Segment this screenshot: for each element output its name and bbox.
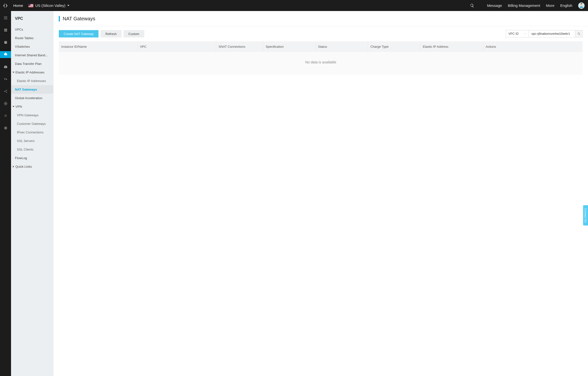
region-selector[interactable]: US (Silicon Valley) xyxy=(28,3,69,8)
sidebar-item-customer-gateways[interactable]: Customer Gateways xyxy=(11,119,53,128)
svg-point-2 xyxy=(6,90,7,91)
home-link[interactable]: Home xyxy=(13,3,23,8)
custom-button[interactable]: Custom xyxy=(123,30,144,37)
contact-us-tab[interactable]: Contact Us xyxy=(583,205,588,225)
create-nat-gateway-button[interactable]: Create NAT Gateway xyxy=(59,30,98,37)
search-icon[interactable] xyxy=(470,3,474,8)
column-charge-type: Charge Type xyxy=(368,41,420,52)
svg-point-0 xyxy=(580,4,582,5)
user-avatar[interactable] xyxy=(578,2,585,9)
sidebar-item-quick-links[interactable]: Quick Links xyxy=(11,162,53,171)
column-elastic-ip-address: Elastic IP Address xyxy=(420,41,483,52)
icon-rail xyxy=(0,11,11,376)
column-instance-id-name: Instance ID/Name xyxy=(59,41,137,52)
refresh-button[interactable]: Refresh xyxy=(100,30,122,37)
triangle-icon xyxy=(12,72,14,73)
svg-point-3 xyxy=(6,92,7,93)
sidebar-item-route-tables[interactable]: Route Tables xyxy=(11,34,53,42)
rail-database[interactable] xyxy=(0,39,11,46)
page-title: NAT Gateways xyxy=(59,16,583,22)
sidebar-item-ipsec-connections[interactable]: IPsec Connections xyxy=(11,128,53,137)
rail-link[interactable] xyxy=(0,76,11,82)
sidebar-title: VPC xyxy=(11,11,53,25)
sidebar-item-flowlog[interactable]: FlowLog xyxy=(11,154,53,162)
sidebar-item-label: VPN xyxy=(15,105,22,108)
triangle-icon xyxy=(13,166,14,168)
sidebar-item-internet-shared-band[interactable]: Internet Shared Band… xyxy=(11,51,53,59)
caret-down-icon xyxy=(67,5,69,6)
sidebar-item-vpn[interactable]: VPN xyxy=(11,102,53,111)
rail-gauge[interactable] xyxy=(0,63,11,70)
empty-state-row: No data is available xyxy=(59,52,583,75)
chevron-down-icon xyxy=(524,33,526,35)
toolbar: Create NAT Gateway Refresh Custom VPC ID xyxy=(53,26,588,41)
topbar: Home US (Silicon Valley) Message Billing… xyxy=(0,0,588,11)
sidebar-item-label: Elastic IP Addresses xyxy=(15,70,44,74)
rail-grid[interactable] xyxy=(0,14,11,21)
filter-bar: VPC ID xyxy=(506,30,583,37)
rail-bug[interactable] xyxy=(0,112,11,119)
topbar-message-link[interactable]: Message xyxy=(487,3,502,8)
page-header: NAT Gateways xyxy=(53,11,588,26)
column-status: Status xyxy=(316,41,368,52)
brand-logo[interactable] xyxy=(2,2,9,9)
filter-value-input[interactable] xyxy=(529,30,575,37)
sidebar-item-data-transfer-plan[interactable]: Data Transfer Plan xyxy=(11,59,53,68)
column-actions: Actions xyxy=(483,41,583,52)
topbar-language-link[interactable]: English xyxy=(560,3,572,8)
filter-field-label: VPC ID xyxy=(508,32,519,35)
rail-globe[interactable] xyxy=(0,100,11,107)
sidebar-item-vpcs[interactable]: VPCs xyxy=(11,25,53,34)
sidebar-item-ssl-clients[interactable]: SSL Clients xyxy=(11,145,53,154)
column-snat-connections: SNAT Connections xyxy=(216,41,263,52)
empty-state-text: No data is available xyxy=(59,52,583,75)
main-content: NAT Gateways Create NAT Gateway Refresh … xyxy=(53,11,588,376)
sidebar-item-label: Quick Links xyxy=(15,165,32,168)
sidebar-item-ssl-servers[interactable]: SSL Servers xyxy=(11,137,53,145)
filter-search-button[interactable] xyxy=(575,30,582,37)
rail-share[interactable] xyxy=(0,88,11,95)
rail-network-active[interactable] xyxy=(0,51,11,58)
topbar-more-link[interactable]: More xyxy=(546,3,554,8)
sidebar-item-elastic-ip-addresses[interactable]: Elastic IP Addresses xyxy=(11,68,53,77)
rail-dot[interactable] xyxy=(0,125,11,131)
svg-point-1 xyxy=(4,91,5,92)
filter-field-select[interactable]: VPC ID xyxy=(506,30,529,37)
sidebar-item-vswitches[interactable]: VSwitches xyxy=(11,42,53,51)
sidebar-item-global-acceleration[interactable]: Global Acceleration xyxy=(11,94,53,102)
rail-server[interactable] xyxy=(0,27,11,34)
topbar-billing-link[interactable]: Billing Management xyxy=(508,3,540,8)
search-icon xyxy=(577,32,581,35)
triangle-icon xyxy=(12,106,14,107)
column-specification: Specification xyxy=(263,41,316,52)
region-label: US (Silicon Valley) xyxy=(35,3,65,8)
nat-gateway-table: Instance ID/NameVPCSNAT ConnectionsSpeci… xyxy=(59,41,583,75)
column-vpc: VPC xyxy=(137,41,216,52)
sidebar: VPC VPCsRoute TablesVSwitchesInternet Sh… xyxy=(11,11,53,376)
flag-us-icon xyxy=(28,4,33,7)
sidebar-item-vpn-gateways[interactable]: VPN Gateways xyxy=(11,111,53,119)
sidebar-item-elastic-ip-addresses[interactable]: Elastic IP Addresses xyxy=(11,77,53,85)
sidebar-item-nat-gateways[interactable]: NAT Gateways xyxy=(11,85,53,94)
